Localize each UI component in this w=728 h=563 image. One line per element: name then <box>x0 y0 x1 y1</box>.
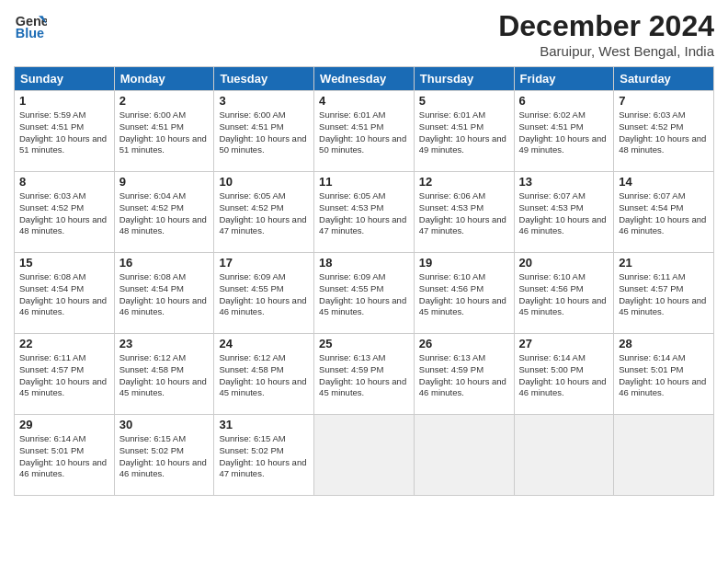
month-title: December 2024 <box>498 9 714 43</box>
sunrise-text: Sunrise: 6:07 AM <box>619 190 685 201</box>
table-row: 18 Sunrise: 6:09 AM Sunset: 4:55 PM Dayl… <box>314 253 415 334</box>
sunrise-text: Sunrise: 6:07 AM <box>519 190 586 201</box>
table-row: 5 Sunrise: 6:01 AM Sunset: 4:51 PM Dayli… <box>414 91 514 172</box>
day-number: 30 <box>119 418 210 431</box>
cell-content: Sunrise: 6:14 AM Sunset: 5:01 PM Dayligh… <box>619 352 709 399</box>
daylight-text: Daylight: 10 hours and 49 minutes. <box>419 133 506 155</box>
daylight-text: Daylight: 10 hours and 49 minutes. <box>519 133 607 155</box>
sunrise-text: Sunrise: 6:02 AM <box>519 109 586 120</box>
cell-content: Sunrise: 6:12 AM Sunset: 4:58 PM Dayligh… <box>219 352 309 399</box>
table-row: 6 Sunrise: 6:02 AM Sunset: 4:51 PM Dayli… <box>514 91 614 172</box>
sunrise-text: Sunrise: 6:03 AM <box>619 109 685 120</box>
sunrise-text: Sunrise: 6:05 AM <box>219 190 285 201</box>
table-row: 16 Sunrise: 6:08 AM Sunset: 4:54 PM Dayl… <box>114 253 214 334</box>
table-row: 25 Sunrise: 6:13 AM Sunset: 4:59 PM Dayl… <box>314 334 415 415</box>
cell-content: Sunrise: 5:59 AM Sunset: 4:51 PM Dayligh… <box>19 109 109 156</box>
col-thursday: Thursday <box>414 67 514 91</box>
daylight-text: Daylight: 10 hours and 45 minutes. <box>319 295 406 317</box>
sunset-text: Sunset: 4:57 PM <box>619 283 683 293</box>
calendar-table: Sunday Monday Tuesday Wednesday Thursday… <box>14 66 714 496</box>
table-row <box>414 415 514 496</box>
daylight-text: Daylight: 10 hours and 45 minutes. <box>19 376 107 398</box>
sunrise-text: Sunrise: 6:03 AM <box>19 190 85 201</box>
cell-content: Sunrise: 6:14 AM Sunset: 5:01 PM Dayligh… <box>19 433 109 480</box>
day-number: 3 <box>219 94 309 108</box>
table-row: 12 Sunrise: 6:06 AM Sunset: 4:53 PM Dayl… <box>414 172 514 253</box>
daylight-text: Daylight: 10 hours and 47 minutes. <box>419 214 506 236</box>
cell-content: Sunrise: 6:14 AM Sunset: 5:00 PM Dayligh… <box>519 352 609 399</box>
calendar-body: 1 Sunrise: 5:59 AM Sunset: 4:51 PM Dayli… <box>15 91 714 496</box>
sunset-text: Sunset: 5:01 PM <box>19 445 84 455</box>
table-row: 17 Sunrise: 6:09 AM Sunset: 4:55 PM Dayl… <box>214 253 314 334</box>
cell-content: Sunrise: 6:09 AM Sunset: 4:55 PM Dayligh… <box>219 271 309 318</box>
cell-content: Sunrise: 6:06 AM Sunset: 4:53 PM Dayligh… <box>419 190 509 237</box>
sunrise-text: Sunrise: 6:14 AM <box>19 433 85 443</box>
day-number: 14 <box>619 175 709 189</box>
daylight-text: Daylight: 10 hours and 45 minutes. <box>319 376 406 398</box>
cell-content: Sunrise: 6:04 AM Sunset: 4:52 PM Dayligh… <box>119 190 210 237</box>
daylight-text: Daylight: 10 hours and 46 minutes. <box>119 457 207 479</box>
daylight-text: Daylight: 10 hours and 46 minutes. <box>19 295 107 317</box>
daylight-text: Daylight: 10 hours and 46 minutes. <box>219 295 306 317</box>
sunset-text: Sunset: 4:53 PM <box>319 202 383 213</box>
sunset-text: Sunset: 4:57 PM <box>19 364 84 374</box>
table-row: 11 Sunrise: 6:05 AM Sunset: 4:53 PM Dayl… <box>314 172 415 253</box>
sunrise-text: Sunrise: 6:09 AM <box>219 271 285 282</box>
daylight-text: Daylight: 10 hours and 48 minutes. <box>619 133 706 155</box>
cell-content: Sunrise: 6:12 AM Sunset: 4:58 PM Dayligh… <box>119 352 210 399</box>
daylight-text: Daylight: 10 hours and 47 minutes. <box>219 214 306 236</box>
cell-content: Sunrise: 6:09 AM Sunset: 4:55 PM Dayligh… <box>319 271 409 318</box>
daylight-text: Daylight: 10 hours and 47 minutes. <box>319 214 406 236</box>
table-row <box>314 415 415 496</box>
daylight-text: Daylight: 10 hours and 46 minutes. <box>619 214 706 236</box>
cell-content: Sunrise: 6:10 AM Sunset: 4:56 PM Dayligh… <box>419 271 509 318</box>
table-row: 15 Sunrise: 6:08 AM Sunset: 4:54 PM Dayl… <box>15 253 115 334</box>
cell-content: Sunrise: 6:01 AM Sunset: 4:51 PM Dayligh… <box>319 109 409 156</box>
sunset-text: Sunset: 4:54 PM <box>119 283 184 293</box>
sunset-text: Sunset: 5:02 PM <box>219 445 283 455</box>
day-number: 31 <box>219 418 309 431</box>
day-number: 11 <box>319 175 409 189</box>
daylight-text: Daylight: 10 hours and 48 minutes. <box>19 214 107 236</box>
day-number: 19 <box>419 256 509 270</box>
table-row: 4 Sunrise: 6:01 AM Sunset: 4:51 PM Dayli… <box>314 91 415 172</box>
sunset-text: Sunset: 4:52 PM <box>119 202 184 213</box>
table-row: 19 Sunrise: 6:10 AM Sunset: 4:56 PM Dayl… <box>414 253 514 334</box>
daylight-text: Daylight: 10 hours and 45 minutes. <box>219 376 306 398</box>
sunset-text: Sunset: 4:56 PM <box>419 283 483 293</box>
cell-content: Sunrise: 6:13 AM Sunset: 4:59 PM Dayligh… <box>419 352 509 399</box>
cell-content: Sunrise: 6:11 AM Sunset: 4:57 PM Dayligh… <box>19 352 109 399</box>
sunrise-text: Sunrise: 6:06 AM <box>419 190 485 201</box>
sunset-text: Sunset: 5:02 PM <box>119 445 184 455</box>
day-number: 6 <box>519 94 609 108</box>
cell-content: Sunrise: 6:07 AM Sunset: 4:53 PM Dayligh… <box>519 190 609 237</box>
table-row: 20 Sunrise: 6:10 AM Sunset: 4:56 PM Dayl… <box>514 253 614 334</box>
table-row: 14 Sunrise: 6:07 AM Sunset: 4:54 PM Dayl… <box>614 172 714 253</box>
day-number: 10 <box>219 175 309 189</box>
sunset-text: Sunset: 4:52 PM <box>19 202 84 213</box>
sunset-text: Sunset: 4:54 PM <box>19 283 84 293</box>
calendar-week-row: 29 Sunrise: 6:14 AM Sunset: 5:01 PM Dayl… <box>15 415 714 496</box>
sunset-text: Sunset: 4:51 PM <box>219 121 283 132</box>
day-number: 23 <box>119 337 210 350</box>
sunset-text: Sunset: 4:53 PM <box>419 202 483 213</box>
sunrise-text: Sunrise: 6:04 AM <box>119 190 186 201</box>
cell-content: Sunrise: 6:07 AM Sunset: 4:54 PM Dayligh… <box>619 190 709 237</box>
sunrise-text: Sunrise: 6:11 AM <box>619 271 685 282</box>
cell-content: Sunrise: 6:02 AM Sunset: 4:51 PM Dayligh… <box>519 109 609 156</box>
daylight-text: Daylight: 10 hours and 47 minutes. <box>219 457 306 479</box>
day-number: 7 <box>619 94 709 108</box>
sunrise-text: Sunrise: 6:15 AM <box>119 433 186 443</box>
calendar-week-row: 15 Sunrise: 6:08 AM Sunset: 4:54 PM Dayl… <box>15 253 714 334</box>
daylight-text: Daylight: 10 hours and 48 minutes. <box>119 214 207 236</box>
sunrise-text: Sunrise: 6:10 AM <box>419 271 485 282</box>
sunrise-text: Sunrise: 6:00 AM <box>119 109 186 120</box>
daylight-text: Daylight: 10 hours and 51 minutes. <box>119 133 207 155</box>
daylight-text: Daylight: 10 hours and 46 minutes. <box>419 376 506 398</box>
table-row: 7 Sunrise: 6:03 AM Sunset: 4:52 PM Dayli… <box>614 91 714 172</box>
title-area: December 2024 Baruipur, West Bengal, Ind… <box>498 9 714 59</box>
sunset-text: Sunset: 4:58 PM <box>119 364 184 374</box>
svg-text:Blue: Blue <box>16 26 44 40</box>
day-number: 15 <box>19 256 109 270</box>
table-row: 13 Sunrise: 6:07 AM Sunset: 4:53 PM Dayl… <box>514 172 614 253</box>
